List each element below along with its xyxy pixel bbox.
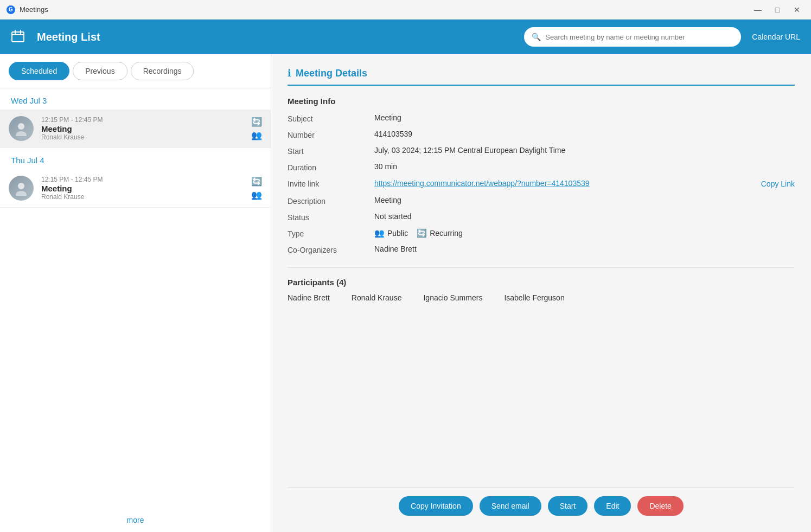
meeting-info-title: Meeting Info <box>288 97 795 106</box>
subject-value: Meeting <box>374 113 795 123</box>
avatar <box>9 116 34 141</box>
tab-previous[interactable]: Previous <box>73 62 127 80</box>
number-label: Number <box>288 130 374 139</box>
refresh-icon[interactable]: 🔄 <box>251 176 262 187</box>
meeting-organizer: Ronald Krause <box>41 133 244 141</box>
public-icon: 👥 <box>374 228 385 238</box>
duration-label: Duration <box>288 162 374 172</box>
description-label: Description <box>288 196 374 206</box>
left-panel: Scheduled Previous Recordings Wed Jul 3 … <box>0 54 271 532</box>
participants-list: Nadine Brett Ronald Krause Ignacio Summe… <box>288 293 795 302</box>
send-email-button[interactable]: Send email <box>480 496 541 516</box>
action-bar: Copy Invitation Send email Start Edit De… <box>288 487 795 521</box>
date-header-thu: Thu Jul 4 <box>0 148 271 169</box>
meeting-info-grid: Subject Meeting Number 414103539 Start J… <box>288 113 795 254</box>
meeting-time: 12:15 PM - 12:45 PM <box>41 116 244 124</box>
participant-name: Isabelle Ferguson <box>504 293 564 302</box>
recurring-badge: 🔄 Recurring <box>417 228 463 238</box>
meeting-item[interactable]: 12:15 PM - 12:45 PM Meeting Ronald Kraus… <box>0 169 271 208</box>
participant-name: Ronald Krause <box>352 293 402 302</box>
tab-recordings[interactable]: Recordings <box>131 62 194 80</box>
participants-icon[interactable]: 👥 <box>251 190 262 200</box>
invite-link-row: https://meeting.communicator.net/webapp/… <box>374 178 795 189</box>
app-title: Meetings <box>20 5 48 14</box>
public-label: Public <box>387 229 408 238</box>
participant-name: Ignacio Summers <box>423 293 482 302</box>
app-logo: G <box>7 5 15 14</box>
tab-scheduled[interactable]: Scheduled <box>9 62 69 80</box>
close-button[interactable]: ✕ <box>789 2 804 17</box>
meeting-time: 12:15 PM - 12:45 PM <box>41 176 244 183</box>
type-label: Type <box>288 228 374 238</box>
meeting-details-content: Meeting Info Subject Meeting Number 4141… <box>288 97 795 487</box>
date-header-wed: Wed Jul 3 <box>0 88 271 110</box>
svg-point-5 <box>16 131 27 136</box>
svg-point-4 <box>18 123 24 130</box>
meeting-name: Meeting <box>41 124 244 133</box>
meeting-info: 12:15 PM - 12:45 PM Meeting Ronald Kraus… <box>41 176 244 201</box>
main-layout: Scheduled Previous Recordings Wed Jul 3 … <box>0 54 811 532</box>
participants-icon[interactable]: 👥 <box>251 130 262 140</box>
edit-button[interactable]: Edit <box>594 496 631 516</box>
avatar <box>9 176 34 201</box>
public-badge: 👥 Public <box>374 228 408 238</box>
right-panel: ℹ Meeting Details Meeting Info Subject M… <box>271 54 811 532</box>
svg-point-7 <box>16 191 27 196</box>
tab-bar: Scheduled Previous Recordings <box>0 54 271 88</box>
subject-label: Subject <box>288 113 374 123</box>
number-value: 414103539 <box>374 130 795 139</box>
meeting-name: Meeting <box>41 184 244 193</box>
window-controls: — □ ✕ <box>750 2 804 17</box>
refresh-icon[interactable]: 🔄 <box>251 117 262 127</box>
minimize-button[interactable]: — <box>750 2 765 17</box>
copy-link-button[interactable]: Copy Link <box>761 178 795 188</box>
meeting-info: 12:15 PM - 12:45 PM Meeting Ronald Kraus… <box>41 116 244 141</box>
recurring-label: Recurring <box>430 229 463 238</box>
more-link[interactable]: more <box>0 508 271 532</box>
search-input[interactable] <box>545 33 733 41</box>
co-organizers-value: Nadine Brett <box>374 245 795 254</box>
invite-link-value[interactable]: https://meeting.communicator.net/webapp/… <box>374 178 590 189</box>
participants-title: Participants (4) <box>288 278 795 287</box>
start-button[interactable]: Start <box>548 496 588 516</box>
meeting-item[interactable]: 12:15 PM - 12:45 PM Meeting Ronald Kraus… <box>0 110 271 148</box>
delete-button[interactable]: Delete <box>637 496 683 516</box>
meeting-actions: 🔄 👥 <box>251 117 262 140</box>
start-value: July, 03 2024; 12:15 PM Central European… <box>374 146 795 156</box>
svg-point-6 <box>18 183 24 189</box>
title-bar: G Meetings — □ ✕ <box>0 0 811 20</box>
search-bar[interactable]: 🔍 <box>524 27 741 47</box>
calendar-url-button[interactable]: Calendar URL <box>752 33 800 41</box>
description-value: Meeting <box>374 196 795 206</box>
meetings-icon <box>11 29 26 44</box>
copy-invitation-button[interactable]: Copy Invitation <box>399 496 473 516</box>
search-icon: 🔍 <box>532 33 541 41</box>
status-label: Status <box>288 212 374 222</box>
type-badges: 👥 Public 🔄 Recurring <box>374 228 795 238</box>
status-value: Not started <box>374 212 795 222</box>
meeting-organizer: Ronald Krause <box>41 193 244 201</box>
meeting-list: Wed Jul 3 12:15 PM - 12:45 PM Meeting Ro… <box>0 88 271 508</box>
divider <box>288 267 795 268</box>
app-header: Meeting List 🔍 Calendar URL <box>0 20 811 54</box>
duration-value: 30 min <box>374 162 795 172</box>
start-label: Start <box>288 146 374 156</box>
details-title: Meeting Details <box>296 68 367 79</box>
participant-name: Nadine Brett <box>288 293 330 302</box>
info-icon: ℹ <box>288 67 291 79</box>
header-title: Meeting List <box>37 31 513 43</box>
co-organizers-label: Co-Organizers <box>288 245 374 254</box>
invite-link-label: Invite link <box>288 178 374 189</box>
recurring-icon: 🔄 <box>417 228 427 238</box>
app-title-section: G Meetings <box>7 5 48 14</box>
maximize-button[interactable]: □ <box>770 2 785 17</box>
meeting-actions: 🔄 👥 <box>251 176 262 200</box>
svg-rect-0 <box>12 32 24 42</box>
meeting-details-header: ℹ Meeting Details <box>288 67 795 86</box>
